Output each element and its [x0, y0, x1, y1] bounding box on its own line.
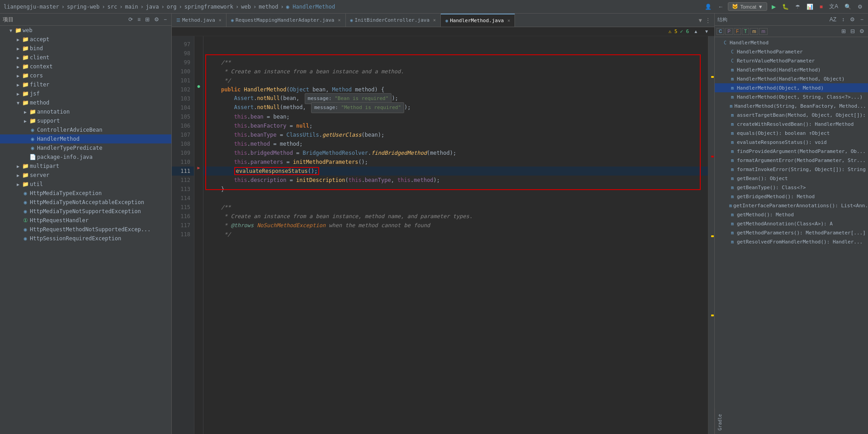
bc-web[interactable]: web [241, 4, 251, 10]
user-icon[interactable]: 👤 [703, 3, 713, 11]
struct-item-gm[interactable]: m getMethod(): Method [715, 210, 868, 219]
bc-org[interactable]: org [167, 4, 177, 10]
coverage-button[interactable]: ☂ [793, 3, 802, 11]
sidebar-item-controlleradvicebean[interactable]: ▶ ◉ ControllerAdviceBean [0, 125, 171, 134]
bc-java[interactable]: java [146, 4, 159, 10]
sidebar-item-packageinfo[interactable]: ▶ 📄 package-info.java [0, 153, 171, 162]
sidebar-item-httpmediatypeexception[interactable]: ▶ ◉ HttpMediaTypeException [0, 189, 171, 198]
bc-module[interactable]: spring-web [67, 4, 99, 10]
struct-icon-c[interactable]: C [717, 28, 724, 35]
tab-method-java[interactable]: ☰ Method.java × [172, 14, 226, 27]
struct-item-gipa[interactable]: m getInterfaceParameterAnnotations(): Li… [715, 201, 868, 210]
debug-button[interactable]: 🐛 [780, 3, 791, 11]
filter-icon[interactable]: ⚙ [848, 15, 857, 24]
sidebar-item-filter[interactable]: ▶ 📁 filter [0, 80, 171, 89]
settings-icon[interactable]: ⚙ [856, 3, 864, 11]
gutter-102[interactable]: ● [194, 81, 203, 91]
tab-method-close[interactable]: × [219, 18, 222, 23]
sidebar-item-support[interactable]: ▶ 📁 support [0, 116, 171, 125]
profile-button[interactable]: 📊 [805, 3, 815, 11]
sidebar-item-server[interactable]: ▶ 📁 server [0, 171, 171, 180]
bc-main[interactable]: main [125, 4, 138, 10]
sidebar-item-annotation[interactable]: ▶ 📁 annotation [0, 107, 171, 116]
code-content[interactable]: /** * Create an instance from a bean ins… [203, 36, 708, 434]
prev-issue-btn[interactable]: ▲ [692, 28, 700, 35]
sidebar-item-handlermethod[interactable]: ▶ ◉ HandlerMethod [0, 134, 171, 143]
tab-ib-close[interactable]: × [433, 18, 436, 23]
sidebar-item-httprequesthandler[interactable]: ▶ ① HttpRequestHandler [0, 216, 171, 225]
struct-icon-p[interactable]: P [725, 28, 733, 35]
struct-item-gbt[interactable]: m getBeanType(): Class<?> [715, 183, 868, 192]
struct-icon-t[interactable]: T [742, 28, 749, 35]
struct-item-rvmp[interactable]: C ReturnValueMethodParameter [715, 56, 868, 65]
close-sidebar-icon[interactable]: − [162, 15, 169, 24]
struct-collapse-icon[interactable]: ⊟ [849, 27, 857, 35]
collapse-icon[interactable]: ≡ [136, 15, 142, 24]
sort-alpha-icon[interactable]: AZ [828, 15, 838, 24]
next-issue-btn[interactable]: ▼ [703, 28, 711, 35]
struct-icon-f[interactable]: F [734, 28, 741, 35]
run-button[interactable]: ▶ [770, 3, 778, 11]
struct-item-handlermethod-class[interactable]: C HandlerMethod [715, 38, 868, 47]
sidebar-item-jsf[interactable]: ▶ 📁 jsf [0, 89, 171, 98]
struct-item-hm2[interactable]: m HandlerMethod(HandlerMethod, Object) [715, 74, 868, 83]
sidebar-item-httprequestmethodnotsupported[interactable]: ▶ ◉ HttpRequestMethodNotSupportedExcep..… [0, 225, 171, 234]
struct-item-ers[interactable]: m evaluateResponseStatus(): void [715, 138, 868, 147]
sidebar-item-handlertypepredicate[interactable]: ▶ ◉ HandlerTypePredicate [0, 143, 171, 153]
sidebar-item-util[interactable]: ▶ 📁 util [0, 180, 171, 189]
tab-rm-close[interactable]: × [338, 18, 340, 23]
stop-button[interactable]: ■ [818, 3, 825, 11]
tomcat-run-config[interactable]: 🐱 Tomcat ▼ [728, 2, 767, 11]
tab-requestmapping[interactable]: ◉ RequestMappingHandlerAdapter.java × [226, 14, 346, 27]
struct-item-hmp[interactable]: C HandlerMethodParameter [715, 47, 868, 56]
struct-item-hm4[interactable]: m HandlerMethod(Object, String, Class<?>… [715, 92, 868, 101]
sidebar-item-client[interactable]: ▶ 📁 client [0, 53, 171, 62]
struct-item-fie[interactable]: m formatInvokeError(String, Object[]): S… [715, 165, 868, 174]
search-icon[interactable]: 🔍 [843, 3, 853, 11]
sidebar-item-httpmediatypenotacceptable[interactable]: ▶ ◉ HttpMediaTypeNotAcceptableException [0, 198, 171, 207]
sidebar-item-bind[interactable]: ▶ 📁 bind [0, 44, 171, 53]
struct-item-hm3[interactable]: m HandlerMethod(Object, Method) [715, 83, 868, 92]
struct-item-grfhm[interactable]: m getResolvedFromHandlerMethod(): Handle… [715, 237, 868, 246]
sync-icon[interactable]: ⟳ [127, 15, 135, 24]
translate-icon[interactable]: 文A [827, 2, 840, 11]
settings-sidebar-icon[interactable]: ⚙ [152, 15, 161, 24]
back-icon[interactable]: ← [716, 3, 725, 11]
struct-item-hm5[interactable]: m HandlerMethod(String, BeanFactory, Met… [715, 101, 868, 110]
sidebar-item-httpmediatypenotsupported[interactable]: ▶ ◉ HttpMediaTypeNotSupportedException [0, 207, 171, 216]
tab-initbinder[interactable]: ◉ InitBinderController.java × [346, 14, 441, 27]
vtab-gradle[interactable]: Gradle [717, 410, 723, 434]
sidebar-item-method[interactable]: ▼ 📁 method [0, 98, 171, 107]
struct-item-gmp[interactable]: m getMethodParameters(): MethodParameter… [715, 228, 868, 237]
sort-icon[interactable]: ↕ [840, 15, 846, 24]
struct-item-gbm[interactable]: m getBridgedMethod(): Method [715, 192, 868, 201]
struct-expand-icon[interactable]: ⊞ [840, 27, 848, 35]
struct-icon-m[interactable]: m [750, 28, 758, 35]
tab-handlermethod[interactable]: ◉ HandlerMethod.java × [441, 14, 515, 27]
struct-item-atb[interactable]: m assertTargetBean(Method, Object, Objec… [715, 110, 868, 119]
sidebar-item-accept[interactable]: ▶ 📁 accept [0, 35, 171, 44]
struct-item-gb[interactable]: m getBean(): Object [715, 174, 868, 183]
struct-icon-m2[interactable]: m [759, 28, 767, 35]
tab-more[interactable]: ▼ ⋮ [695, 17, 714, 24]
struct-item-equals[interactable]: m equals(Object): boolean ↑Object [715, 129, 868, 138]
struct-item-fpa[interactable]: m findProvidedArgument(MethodParameter, … [715, 147, 868, 156]
expand-all-icon[interactable]: ⊞ [143, 15, 151, 24]
tab-hm-close[interactable]: × [507, 18, 510, 23]
struct-item-cwrb[interactable]: m createWithResolvedBean(): HandlerMetho… [715, 119, 868, 129]
bc-springframework[interactable]: springframework [184, 4, 233, 10]
bc-method[interactable]: method [259, 4, 278, 10]
code-editor[interactable]: 97 98 99 100 101 102 103 104 105 106 107… [172, 36, 714, 434]
sidebar-item-web[interactable]: ▼ 📁 web [0, 26, 171, 35]
struct-settings-icon[interactable]: ⚙ [858, 27, 866, 35]
sidebar-item-context[interactable]: ▶ 📁 context [0, 62, 171, 71]
struct-item-fae[interactable]: m formatArgumentError(MethodParameter, S… [715, 156, 868, 165]
bc-src[interactable]: src [108, 4, 118, 10]
sidebar-item-httpsessionrequired[interactable]: ▶ ◉ HttpSessionRequiredException [0, 234, 171, 243]
bc-project[interactable]: lianpengju-master [4, 4, 59, 10]
sidebar-item-cors[interactable]: ▶ 📁 cors [0, 71, 171, 80]
struct-item-gma[interactable]: m getMethodAnnotation(Class<A>): A [715, 219, 868, 228]
struct-item-hm1[interactable]: m HandlerMethod(HandlerMethod) [715, 65, 868, 74]
sidebar-item-multipart[interactable]: ▶ 📁 multipart [0, 162, 171, 171]
close-panel-icon[interactable]: − [859, 15, 865, 24]
